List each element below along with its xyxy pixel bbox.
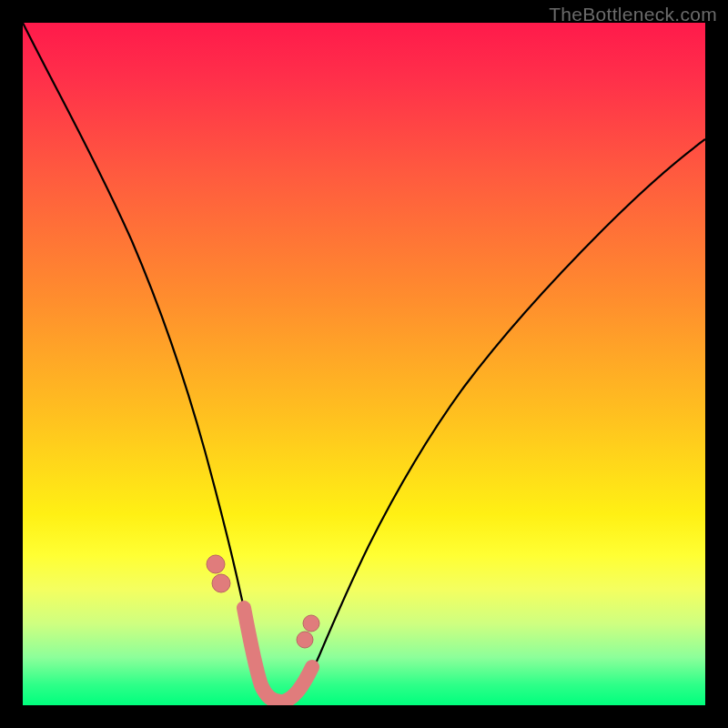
bead-marker [207, 555, 225, 573]
bottleneck-curve [23, 23, 705, 703]
bead-marker [297, 632, 313, 648]
chart-plot-area [23, 23, 705, 705]
chart-frame: TheBottleneck.com [0, 0, 728, 728]
chart-svg [23, 23, 705, 705]
watermark-label: TheBottleneck.com [549, 4, 717, 25]
bead-segment [244, 608, 312, 702]
bead-marker [303, 615, 319, 632]
bead-marker [212, 574, 230, 592]
